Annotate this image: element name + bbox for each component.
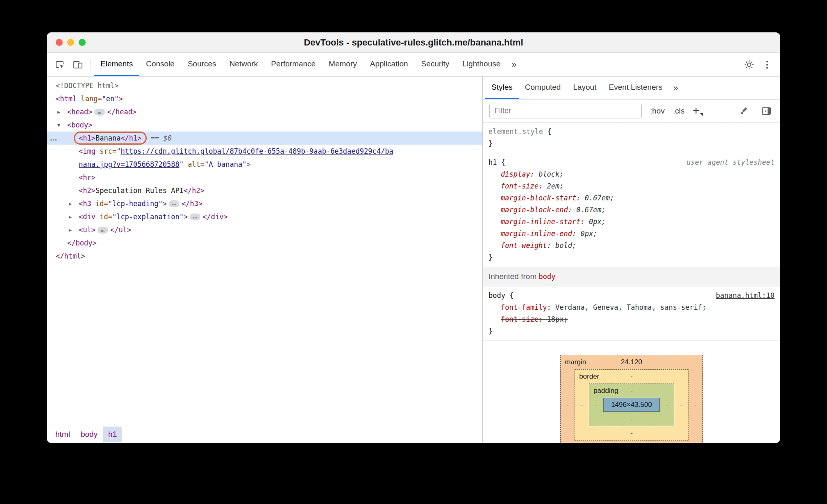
sidebar-tab-event-listeners[interactable]: Event Listeners: [602, 77, 668, 99]
box-model-padding[interactable]: padding - - 1496×43.500 - -: [589, 384, 674, 426]
tab-elements[interactable]: Elements: [94, 53, 139, 76]
breadcrumb-body[interactable]: body: [75, 427, 103, 442]
dom-node-line[interactable]: <h2>Speculation Rules API</h2>: [47, 184, 482, 197]
padding-top-value[interactable]: -: [630, 387, 633, 395]
css-declaration[interactable]: margin-block-end: 0.67em;: [488, 204, 775, 216]
settings-gear-icon[interactable]: [740, 56, 758, 74]
expand-inline-ellipsis-button[interactable]: …: [98, 227, 108, 234]
tab-performance[interactable]: Performance: [264, 53, 322, 76]
padding-left-value[interactable]: -: [589, 401, 603, 409]
menu-kebab-icon[interactable]: [758, 56, 776, 74]
dom-node-line[interactable]: ▾<body>: [47, 118, 482, 132]
element-style-rule[interactable]: element.style { }: [483, 123, 780, 153]
minimize-button[interactable]: [67, 39, 74, 46]
device-toolbar-icon[interactable]: [69, 56, 87, 74]
row-more-actions-icon[interactable]: …: [50, 132, 57, 145]
expand-arrow-icon[interactable]: ▸: [69, 210, 72, 223]
box-model-diagram: margin 24.120 - border - -: [483, 341, 780, 443]
dom-node-line[interactable]: <img src="https://cdn.glitch.global/87b4…: [47, 145, 482, 158]
rule-selector[interactable]: h1: [488, 158, 497, 166]
padding-bottom-value[interactable]: -: [589, 412, 674, 426]
code-token: id=: [95, 213, 112, 221]
code-token: src=: [95, 147, 116, 155]
code-token: Banana: [95, 134, 120, 142]
box-model-margin[interactable]: margin 24.120 - border - -: [560, 355, 703, 443]
breadcrumb-h1[interactable]: h1: [103, 427, 122, 442]
tab-network[interactable]: Network: [223, 53, 265, 76]
toggle-sidebar-icon[interactable]: [759, 104, 774, 118]
css-declaration[interactable]: margin-block-start: 0.67em;: [488, 192, 775, 204]
css-declaration[interactable]: margin-inline-start: 0px;: [488, 216, 775, 228]
dom-node-line[interactable]: <hr>: [47, 171, 482, 184]
sidebar-tab-layout[interactable]: Layout: [567, 77, 602, 99]
dom-node-line[interactable]: </body>: [47, 236, 482, 250]
css-declaration[interactable]: font-size: 18px;: [488, 313, 775, 325]
element-classes-button[interactable]: .cls: [673, 107, 685, 116]
format-paint-icon[interactable]: [736, 104, 751, 118]
padding-right-value[interactable]: -: [660, 401, 674, 409]
dom-tree: <!DOCTYPE html><html lang="en">▸<head>…<…: [47, 79, 482, 263]
element-style-selector[interactable]: element.style: [488, 127, 543, 136]
border-right-value[interactable]: -: [674, 401, 688, 409]
h1-user-agent-rule[interactable]: h1 { user agent stylesheet display: bloc…: [483, 153, 780, 267]
tab-console[interactable]: Console: [139, 53, 181, 76]
css-declaration[interactable]: font-weight: bold;: [488, 240, 775, 252]
inspect-element-icon[interactable]: [51, 56, 69, 74]
more-sidebar-tabs-icon[interactable]: »: [668, 77, 683, 99]
margin-right-value[interactable]: -: [688, 401, 702, 409]
dom-node-line[interactable]: ▸<ul>…</ul>: [47, 223, 482, 236]
tab-memory[interactable]: Memory: [322, 53, 364, 76]
expand-arrow-icon[interactable]: ▸: [69, 197, 72, 210]
rule-selector[interactable]: body: [488, 291, 505, 300]
body-node-link[interactable]: body: [539, 272, 556, 281]
breadcrumb-html[interactable]: html: [50, 427, 75, 442]
tab-lighthouse[interactable]: Lighthouse: [456, 53, 507, 76]
sidebar-tab-styles[interactable]: Styles: [485, 77, 519, 99]
tab-sources[interactable]: Sources: [181, 53, 223, 76]
dom-node-line[interactable]: ▸<head>…</head>: [47, 105, 482, 118]
expand-inline-ellipsis-button[interactable]: …: [94, 109, 105, 116]
code-token: == $0: [147, 134, 172, 142]
close-button[interactable]: [56, 39, 63, 46]
collapse-arrow-icon[interactable]: ▾: [57, 118, 60, 132]
new-style-rule-button[interactable]: +: [693, 105, 699, 116]
elements-panel: <!DOCTYPE html><html lang="en">▸<head>…<…: [47, 77, 482, 443]
more-tabs-icon[interactable]: »: [507, 53, 521, 76]
inherited-from-label: Inherited from: [488, 272, 539, 281]
margin-left-value[interactable]: -: [561, 401, 575, 409]
dom-node-line[interactable]: ▸<div id="lcp-explanation">…</div>: [47, 210, 482, 223]
dom-node-line[interactable]: <!DOCTYPE html>: [47, 79, 482, 92]
styles-filter-input[interactable]: [489, 104, 642, 118]
margin-top-value[interactable]: 24.120: [621, 358, 642, 366]
css-declaration[interactable]: margin-inline-end: 0px;: [488, 228, 775, 240]
dom-node-line[interactable]: nana.jpg?v=1705668720588" alt="A banana"…: [47, 158, 482, 171]
border-top-value[interactable]: -: [630, 372, 633, 380]
dom-node-line[interactable]: <html lang="en">: [47, 92, 482, 105]
code-token: </h3>: [182, 200, 202, 208]
css-declaration[interactable]: font-family: Verdana, Geneva, Tahoma, sa…: [488, 302, 775, 313]
margin-bottom-value[interactable]: [561, 440, 702, 443]
dom-node-line[interactable]: ▸<h3 id="lcp-heading">…</h3>: [47, 197, 482, 210]
border-left-value[interactable]: -: [575, 401, 589, 409]
dom-node-line[interactable]: …<h1>Banana</h1> == $0: [47, 132, 482, 145]
expand-arrow-icon[interactable]: ▸: [57, 105, 60, 118]
box-model-border[interactable]: border - - padding -: [575, 369, 688, 440]
toggle-element-state-button[interactable]: :hov: [650, 107, 665, 116]
sidebar-tab-computed[interactable]: Computed: [519, 77, 567, 99]
border-bottom-value[interactable]: -: [575, 426, 688, 440]
tab-application[interactable]: Application: [364, 53, 415, 76]
expand-inline-ellipsis-button[interactable]: …: [169, 200, 179, 207]
box-model-content[interactable]: 1496×43.500: [603, 398, 660, 412]
tab-security[interactable]: Security: [415, 53, 456, 76]
css-declaration[interactable]: display: block;: [488, 168, 775, 180]
dom-node-line[interactable]: </html>: [47, 250, 482, 263]
expand-arrow-icon[interactable]: ▸: [69, 223, 72, 236]
expand-inline-ellipsis-button[interactable]: …: [190, 213, 200, 220]
zoom-button[interactable]: [79, 39, 86, 46]
body-rule[interactable]: body { banana.html:10 font-family: Verda…: [483, 286, 780, 341]
code-token: <!DOCTYPE html>: [56, 82, 119, 90]
stylesheet-source-link[interactable]: banana.html:10: [716, 290, 775, 302]
css-declaration[interactable]: font-size: 2em;: [488, 180, 775, 192]
code-token: <body>: [67, 121, 92, 129]
code-token: <h2>: [79, 186, 95, 195]
